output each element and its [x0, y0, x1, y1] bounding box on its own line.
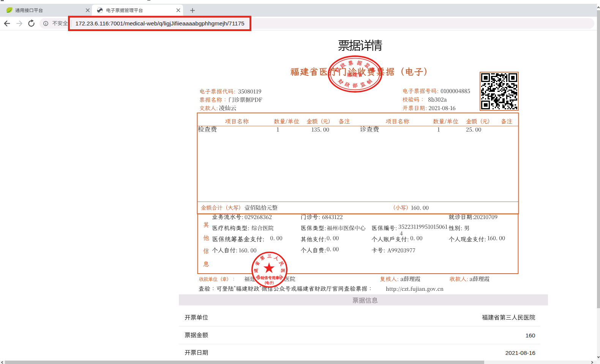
svg-text:160: 160 — [526, 332, 535, 339]
svg-text:172.23.6.116:7001/medical-web/: 172.23.6.116:7001/medical-web/q/ligjJifi… — [76, 20, 245, 27]
svg-text:2021-08-16: 2021-08-16 — [505, 350, 535, 356]
